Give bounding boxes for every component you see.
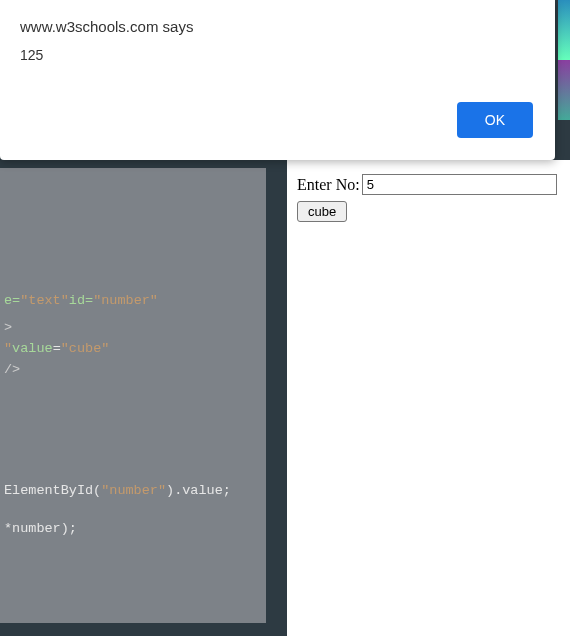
sidebar-thumbnail xyxy=(558,60,570,120)
alert-message-text: 125 xyxy=(20,47,535,63)
code-token: "text" xyxy=(20,284,69,318)
code-token: ElementById( xyxy=(4,474,101,508)
alert-origin-text: www.w3schools.com says xyxy=(20,18,535,35)
number-input[interactable] xyxy=(362,174,557,195)
workspace-split: e= "text" id= "number" > " value = "cube… xyxy=(0,160,570,636)
code-token: ).value; xyxy=(166,474,231,508)
code-token: "cube" xyxy=(61,332,110,366)
code-token: id= xyxy=(69,284,93,318)
code-editor[interactable]: e= "text" id= "number" > " value = "cube… xyxy=(0,168,276,623)
code-content: e= "text" id= "number" > " value = "cube… xyxy=(0,168,231,540)
alert-dialog: www.w3schools.com says 125 OK xyxy=(0,0,555,160)
sidebar-thumbnail xyxy=(558,0,570,60)
result-pane: Enter No: cube xyxy=(286,160,570,636)
code-token: /> xyxy=(4,353,20,387)
code-token: = xyxy=(53,332,61,366)
code-token: *number); xyxy=(4,512,77,546)
alert-ok-button[interactable]: OK xyxy=(457,102,533,138)
input-label: Enter No: xyxy=(297,176,360,194)
code-token: "number" xyxy=(101,474,166,508)
cube-button[interactable]: cube xyxy=(297,201,347,222)
code-token: "number" xyxy=(93,284,158,318)
input-row: Enter No: xyxy=(297,174,560,195)
code-editor-pane: e= "text" id= "number" > " value = "cube… xyxy=(0,160,286,636)
